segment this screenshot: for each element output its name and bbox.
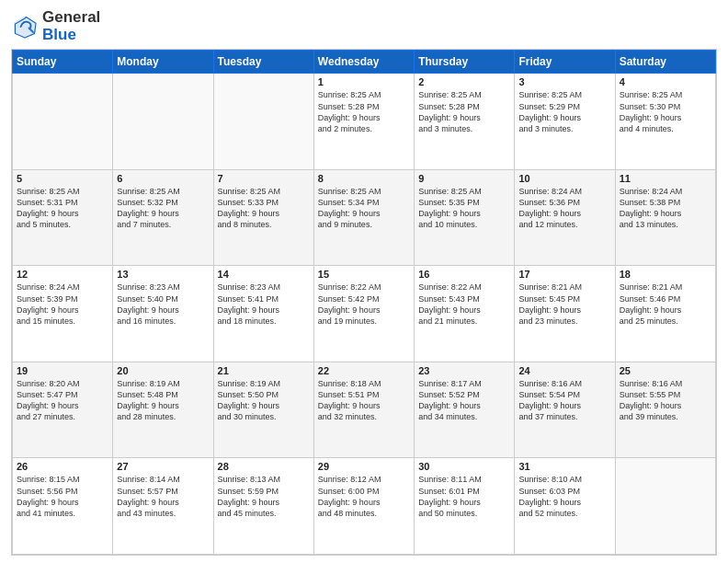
day-number: 11 <box>620 173 711 184</box>
day-of-week-header: Monday <box>113 51 213 74</box>
calendar-cell: 7Sunrise: 8:25 AM Sunset: 5:33 PM Daylig… <box>213 169 313 266</box>
calendar-week-row: 19Sunrise: 8:20 AM Sunset: 5:47 PM Dayli… <box>13 362 716 458</box>
day-info: Sunrise: 8:24 AM Sunset: 5:38 PM Dayligh… <box>620 186 711 231</box>
calendar-cell: 19Sunrise: 8:20 AM Sunset: 5:47 PM Dayli… <box>13 362 113 458</box>
day-info: Sunrise: 8:25 AM Sunset: 5:28 PM Dayligh… <box>318 89 410 134</box>
day-number: 10 <box>518 173 610 184</box>
svg-marker-0 <box>14 16 36 40</box>
calendar-cell: 1Sunrise: 8:25 AM Sunset: 5:28 PM Daylig… <box>313 74 414 170</box>
calendar-cell: 25Sunrise: 8:16 AM Sunset: 5:55 PM Dayli… <box>615 362 715 458</box>
day-info: Sunrise: 8:25 AM Sunset: 5:28 PM Dayligh… <box>418 89 510 134</box>
calendar-week-row: 1Sunrise: 8:25 AM Sunset: 5:28 PM Daylig… <box>13 74 716 170</box>
calendar-cell: 6Sunrise: 8:25 AM Sunset: 5:32 PM Daylig… <box>113 169 213 266</box>
day-info: Sunrise: 8:17 AM Sunset: 5:52 PM Dayligh… <box>418 378 510 423</box>
day-of-week-header: Saturday <box>615 51 715 74</box>
day-info: Sunrise: 8:25 AM Sunset: 5:32 PM Dayligh… <box>117 186 209 231</box>
day-info: Sunrise: 8:25 AM Sunset: 5:34 PM Dayligh… <box>318 186 410 231</box>
day-info: Sunrise: 8:20 AM Sunset: 5:47 PM Dayligh… <box>17 378 108 423</box>
calendar-cell: 4Sunrise: 8:25 AM Sunset: 5:30 PM Daylig… <box>615 74 715 170</box>
day-number: 9 <box>418 173 510 184</box>
calendar-cell: 15Sunrise: 8:22 AM Sunset: 5:42 PM Dayli… <box>313 266 414 362</box>
day-number: 24 <box>518 365 610 376</box>
calendar-cell: 17Sunrise: 8:21 AM Sunset: 5:45 PM Dayli… <box>515 266 615 362</box>
calendar-cell: 18Sunrise: 8:21 AM Sunset: 5:46 PM Dayli… <box>615 266 715 362</box>
logo-blue: Blue <box>42 26 76 43</box>
calendar-week-row: 5Sunrise: 8:25 AM Sunset: 5:31 PM Daylig… <box>13 169 716 266</box>
day-info: Sunrise: 8:16 AM Sunset: 5:54 PM Dayligh… <box>518 378 610 423</box>
day-info: Sunrise: 8:22 AM Sunset: 5:43 PM Dayligh… <box>418 282 510 327</box>
day-number: 20 <box>117 365 209 376</box>
day-info: Sunrise: 8:21 AM Sunset: 5:46 PM Dayligh… <box>620 282 711 327</box>
calendar: SundayMondayTuesdayWednesdayThursdayFrid… <box>11 49 717 556</box>
calendar-cell: 21Sunrise: 8:19 AM Sunset: 5:50 PM Dayli… <box>213 362 313 458</box>
calendar-cell: 9Sunrise: 8:25 AM Sunset: 5:35 PM Daylig… <box>415 169 515 266</box>
day-number: 1 <box>318 76 410 87</box>
calendar-cell: 8Sunrise: 8:25 AM Sunset: 5:34 PM Daylig… <box>313 169 414 266</box>
logo-general: General <box>42 8 100 26</box>
day-number: 2 <box>418 76 510 87</box>
day-number: 7 <box>218 173 310 184</box>
day-of-week-header: Tuesday <box>213 51 313 74</box>
calendar-cell: 20Sunrise: 8:19 AM Sunset: 5:48 PM Dayli… <box>113 362 213 458</box>
calendar-cell: 11Sunrise: 8:24 AM Sunset: 5:38 PM Dayli… <box>615 169 715 266</box>
day-number: 8 <box>318 173 410 184</box>
day-number: 3 <box>518 76 610 87</box>
day-info: Sunrise: 8:19 AM Sunset: 5:48 PM Dayligh… <box>117 378 209 423</box>
day-number: 26 <box>17 461 108 472</box>
day-info: Sunrise: 8:14 AM Sunset: 5:57 PM Dayligh… <box>117 474 209 519</box>
day-number: 31 <box>518 461 610 472</box>
day-number: 18 <box>620 269 711 280</box>
day-info: Sunrise: 8:22 AM Sunset: 5:42 PM Dayligh… <box>318 282 410 327</box>
calendar-header-row: SundayMondayTuesdayWednesdayThursdayFrid… <box>13 51 716 74</box>
day-number: 27 <box>117 461 209 472</box>
calendar-cell: 5Sunrise: 8:25 AM Sunset: 5:31 PM Daylig… <box>13 169 113 266</box>
calendar-cell: 27Sunrise: 8:14 AM Sunset: 5:57 PM Dayli… <box>113 458 213 555</box>
calendar-cell: 14Sunrise: 8:23 AM Sunset: 5:41 PM Dayli… <box>213 266 313 362</box>
calendar-cell <box>13 74 113 170</box>
day-info: Sunrise: 8:25 AM Sunset: 5:31 PM Dayligh… <box>17 186 108 231</box>
logo: General Blue <box>11 9 100 43</box>
calendar-cell <box>113 74 213 170</box>
day-number: 25 <box>620 365 711 376</box>
day-info: Sunrise: 8:23 AM Sunset: 5:41 PM Dayligh… <box>218 282 310 327</box>
calendar-cell: 31Sunrise: 8:10 AM Sunset: 6:03 PM Dayli… <box>515 458 615 555</box>
day-number: 6 <box>117 173 209 184</box>
calendar-cell: 13Sunrise: 8:23 AM Sunset: 5:40 PM Dayli… <box>113 266 213 362</box>
day-info: Sunrise: 8:16 AM Sunset: 5:55 PM Dayligh… <box>620 378 711 423</box>
calendar-cell: 22Sunrise: 8:18 AM Sunset: 5:51 PM Dayli… <box>313 362 414 458</box>
day-number: 22 <box>318 365 410 376</box>
day-info: Sunrise: 8:24 AM Sunset: 5:39 PM Dayligh… <box>17 282 108 327</box>
day-number: 14 <box>218 269 310 280</box>
logo-icon <box>11 13 39 40</box>
day-number: 13 <box>117 269 209 280</box>
calendar-cell: 26Sunrise: 8:15 AM Sunset: 5:56 PM Dayli… <box>13 458 113 555</box>
calendar-cell: 23Sunrise: 8:17 AM Sunset: 5:52 PM Dayli… <box>415 362 515 458</box>
day-number: 23 <box>418 365 510 376</box>
day-number: 21 <box>218 365 310 376</box>
day-of-week-header: Wednesday <box>313 51 414 74</box>
header: General Blue <box>11 9 717 43</box>
day-info: Sunrise: 8:21 AM Sunset: 5:45 PM Dayligh… <box>518 282 610 327</box>
logo-text: General Blue <box>42 9 100 43</box>
calendar-cell: 12Sunrise: 8:24 AM Sunset: 5:39 PM Dayli… <box>13 266 113 362</box>
day-number: 12 <box>17 269 108 280</box>
day-info: Sunrise: 8:11 AM Sunset: 6:01 PM Dayligh… <box>418 474 510 519</box>
day-info: Sunrise: 8:25 AM Sunset: 5:33 PM Dayligh… <box>218 186 310 231</box>
day-number: 29 <box>318 461 410 472</box>
page-container: General Blue SundayMondayTuesdayWednesda… <box>0 0 728 563</box>
calendar-cell: 28Sunrise: 8:13 AM Sunset: 5:59 PM Dayli… <box>213 458 313 555</box>
day-info: Sunrise: 8:15 AM Sunset: 5:56 PM Dayligh… <box>17 474 108 519</box>
calendar-cell: 16Sunrise: 8:22 AM Sunset: 5:43 PM Dayli… <box>415 266 515 362</box>
day-info: Sunrise: 8:12 AM Sunset: 6:00 PM Dayligh… <box>318 474 410 519</box>
calendar-cell: 24Sunrise: 8:16 AM Sunset: 5:54 PM Dayli… <box>515 362 615 458</box>
day-number: 5 <box>17 173 108 184</box>
day-of-week-header: Friday <box>515 51 615 74</box>
day-info: Sunrise: 8:13 AM Sunset: 5:59 PM Dayligh… <box>218 474 310 519</box>
calendar-week-row: 12Sunrise: 8:24 AM Sunset: 5:39 PM Dayli… <box>13 266 716 362</box>
day-info: Sunrise: 8:25 AM Sunset: 5:30 PM Dayligh… <box>620 89 711 134</box>
calendar-cell: 3Sunrise: 8:25 AM Sunset: 5:29 PM Daylig… <box>515 74 615 170</box>
day-number: 30 <box>418 461 510 472</box>
day-number: 4 <box>620 76 711 87</box>
calendar-cell: 30Sunrise: 8:11 AM Sunset: 6:01 PM Dayli… <box>415 458 515 555</box>
day-info: Sunrise: 8:25 AM Sunset: 5:35 PM Dayligh… <box>418 186 510 231</box>
